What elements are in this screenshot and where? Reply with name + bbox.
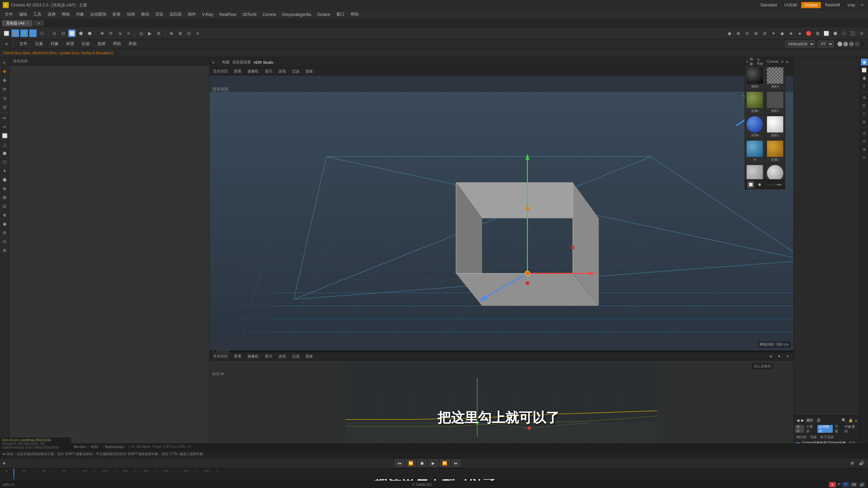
tool-view[interactable]: ⊞: [176, 29, 184, 37]
props-mode-visible[interactable]: 可视: [833, 425, 843, 433]
tool-extra-f[interactable]: ⊙: [1, 237, 9, 245]
tb2-extra1[interactable]: [837, 42, 842, 46]
tool-coord[interactable]: ⬡: [38, 29, 45, 37]
tool-brush[interactable]: ⬣: [1, 176, 9, 184]
menu-tools[interactable]: 工具: [31, 11, 44, 18]
tool-diamond[interactable]: ⬟: [1, 149, 9, 157]
menu-mograph[interactable]: 运动图形: [87, 11, 109, 18]
tool-extra-c[interactable]: ⊗: [1, 211, 9, 219]
sys-icon-kb[interactable]: ⌨: [850, 482, 857, 487]
tool-extra-d[interactable]: ◉: [1, 220, 9, 228]
icon-settings[interactable]: ⚙: [861, 119, 868, 125]
octane-render-settings[interactable]: 渲染器设置: [232, 60, 251, 65]
tl-btn-prev[interactable]: ⏪: [406, 460, 416, 467]
menu-realflow[interactable]: RealFlow: [217, 12, 239, 18]
tool-extra-g[interactable]: ⊛: [1, 246, 9, 254]
bvp-panel[interactable]: 面板: [304, 353, 314, 360]
tb2-select[interactable]: 选择: [95, 40, 108, 47]
tool-extra2[interactable]: ⊕: [734, 29, 742, 37]
icon-text[interactable]: T: [861, 83, 868, 90]
tb2-interface[interactable]: 界面: [126, 40, 139, 47]
tool-star[interactable]: ✦: [1, 167, 9, 175]
tool-extra4[interactable]: ⊗: [752, 29, 760, 37]
tool-extra10[interactable]: 🔴: [805, 29, 812, 37]
color-mode-select[interactable]: HDR/sRGB: [785, 41, 815, 47]
tool-select[interactable]: ⬜: [3, 29, 10, 37]
icon-extra2[interactable]: ✏: [861, 154, 868, 161]
tool-transform[interactable]: ≡: [125, 29, 132, 37]
tool-extra6[interactable]: ✦: [770, 29, 777, 37]
props-mode-object[interactable]: 对象属性: [843, 425, 859, 433]
mat-item-5[interactable]: 漫射2: [765, 115, 785, 139]
menu-window[interactable]: 窗口: [334, 11, 347, 18]
menu-corona[interactable]: Corona: [260, 12, 278, 18]
tool-extra11[interactable]: ⬜: [823, 29, 830, 37]
mat-item-8[interactable]: 漫射1: [745, 164, 765, 179]
tool-paint[interactable]: ⊕: [1, 184, 9, 192]
octane-hdr-studio[interactable]: HDR Studio: [254, 60, 273, 64]
tool-extra3[interactable]: ⊙: [743, 29, 751, 37]
tool-extra7[interactable]: ◆: [778, 29, 786, 37]
tool-extra5[interactable]: ⊘: [761, 29, 768, 37]
tool-x[interactable]: X: [12, 29, 19, 37]
menu-3dtoall[interactable]: 3DToAll: [240, 12, 259, 18]
tool-cross[interactable]: ✚: [1, 67, 9, 76]
tb2-extra5[interactable]: [861, 42, 865, 46]
menu-render[interactable]: 渲染: [153, 11, 166, 18]
icon-extra1[interactable]: ⊕: [861, 146, 868, 153]
tl-btn-stop[interactable]: ⏹: [418, 460, 427, 467]
tool-arrow[interactable]: ↖: [1, 59, 9, 67]
tb2-help[interactable]: 帮助: [110, 40, 124, 47]
vp-view[interactable]: 查看: [233, 68, 243, 75]
sys-icon-net[interactable]: 网: [842, 482, 849, 487]
vp-panel[interactable]: 面板: [304, 68, 314, 75]
tool-point[interactable]: ⊙: [51, 29, 58, 37]
mat-expand[interactable]: »: [781, 59, 784, 64]
tb2-file[interactable]: 文件: [17, 40, 30, 47]
props-mode-main[interactable]: 主要的: [805, 425, 817, 433]
menu-tracker[interactable]: 追踪器: [167, 11, 184, 18]
icon-texture[interactable]: ⬟: [861, 75, 868, 82]
mat-view-2[interactable]: ⬟: [756, 181, 763, 188]
tool-scale[interactable]: ⇲: [116, 29, 123, 37]
mat-item-9[interactable]: 漫射0: [765, 164, 785, 179]
tool-move[interactable]: ✥: [98, 29, 106, 37]
tool-extra13[interactable]: ⬡: [840, 29, 848, 37]
tool-extra-b[interactable]: ⊡: [1, 202, 9, 210]
tool-anim[interactable]: ⬟: [86, 29, 93, 37]
tab-main-file[interactable]: 充电器.c4d ✕: [2, 20, 33, 26]
mat-item-7[interactable]: 金属1: [765, 139, 785, 163]
bvp-ctrl3[interactable]: ✕: [784, 353, 791, 360]
tl-icon-record[interactable]: ⊕: [848, 460, 856, 467]
tb2-mat[interactable]: 材质: [63, 40, 77, 47]
props-lock[interactable]: 🔒: [848, 418, 853, 423]
menu-plugins[interactable]: 插件: [185, 11, 199, 18]
tool-move2[interactable]: ✥: [1, 76, 9, 84]
tb2-obj[interactable]: 对象: [48, 40, 61, 47]
props-extra-subdiv[interactable]: 细分组: [795, 434, 808, 440]
tool-extra9[interactable]: ●: [796, 29, 804, 37]
tab-new[interactable]: +: [34, 20, 44, 26]
tool-extra-a[interactable]: ⊞: [1, 193, 9, 201]
top-viewport[interactable]: X Y 透视视图 网格间距: 500 cm: [210, 76, 793, 351]
icon-network[interactable]: ◎: [861, 130, 868, 137]
icon-python[interactable]: ⊙: [861, 138, 868, 145]
vp-display[interactable]: 显示: [263, 68, 274, 75]
mode-redshift[interactable]: Redshift: [822, 2, 843, 8]
props-mode-base[interactable]: 基本: [795, 425, 804, 433]
tb2-extra3[interactable]: [849, 42, 854, 46]
tool-hex[interactable]: ⬡: [1, 158, 9, 166]
mat-slider[interactable]: [766, 184, 782, 185]
mat-item-0[interactable]: 漫射5: [745, 66, 765, 90]
tool-model[interactable]: ⬟: [77, 29, 84, 37]
vp-options[interactable]: 选项: [277, 68, 287, 75]
vp-filter[interactable]: 过滤: [291, 68, 301, 75]
menu-simulate[interactable]: 模拟: [138, 11, 152, 18]
tool-box[interactable]: ⬜: [1, 131, 9, 140]
tool-edge[interactable]: ⊡: [59, 29, 67, 37]
tool-pen[interactable]: ✏: [1, 114, 9, 122]
tb2-menu[interactable]: ≡: [3, 40, 10, 48]
icon-material-props[interactable]: ⬜: [861, 67, 868, 74]
mat-view-1[interactable]: ⬜: [747, 181, 754, 188]
mode-vray[interactable]: vray: [844, 2, 859, 8]
